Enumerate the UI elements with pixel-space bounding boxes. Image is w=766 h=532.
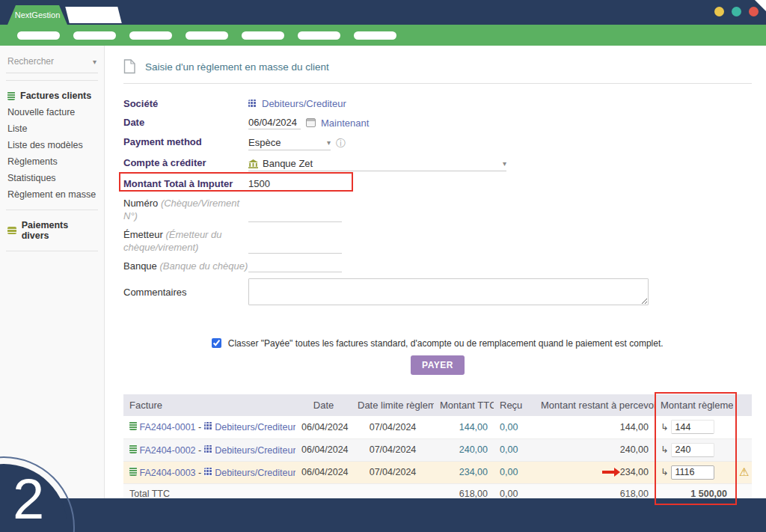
header-facture[interactable]: Facture <box>123 394 295 416</box>
now-link[interactable]: Maintenant <box>321 117 369 129</box>
enter-arrow-icon: ↳ <box>661 444 668 455</box>
cell-received: 0,00 <box>494 416 535 438</box>
cell-due-date: 07/04/2024 <box>352 438 434 461</box>
cell-due-date: 07/04/2024 <box>352 461 434 483</box>
nav-menu-item[interactable] <box>129 31 172 40</box>
invoice-ref-link[interactable]: FA2404-0003 <box>139 468 195 478</box>
field-row-commentaires: Commentaires <box>123 275 752 308</box>
top-bar: NextGestion <box>0 0 766 25</box>
chevron-down-icon[interactable]: ▾ <box>93 58 96 66</box>
redacted-logo <box>65 7 121 23</box>
classer-payee-option[interactable]: Classer "Payée" toutes les factures stan… <box>212 338 663 349</box>
sidebar-item-liste-des-modeles[interactable]: Liste des modèles <box>6 137 98 153</box>
commentaires-label: Commentaires <box>123 286 248 299</box>
field-row-banque: Banque (Banque du chèque) <box>123 257 752 275</box>
header-montant-reglement[interactable]: Montant règlement <box>655 394 733 416</box>
classer-payee-label: Classer "Payée" toutes les factures stan… <box>228 338 664 349</box>
sidebar-section-label: Paiements divers <box>22 220 96 241</box>
banque-label: Banque (Banque du chèque) <box>123 260 248 272</box>
banque-input[interactable] <box>248 260 342 272</box>
window-dot-green <box>732 7 741 16</box>
warning-icon: ⚠ <box>739 465 749 478</box>
window-dot-yellow <box>714 7 724 16</box>
thirdparty-link[interactable]: Debiteurs/Crediteur <box>215 468 295 478</box>
enter-arrow-icon: ↳ <box>661 422 668 432</box>
field-row-numero: Numéro (Chèque/Virement N°) <box>123 194 752 225</box>
header-recu[interactable]: Reçu <box>494 394 535 416</box>
sidebar-item-liste[interactable]: Liste <box>6 120 98 137</box>
header-warning <box>733 394 752 416</box>
brand-label: NextGestion <box>15 10 61 19</box>
thirdparty-link[interactable]: Debiteurs/Crediteur <box>215 422 295 432</box>
page-title-row: Saisie d'un règlement en masse du client <box>123 59 752 84</box>
commentaires-textarea[interactable] <box>248 278 649 305</box>
cell-date: 06/04/2024 <box>295 416 352 438</box>
classer-payee-checkbox[interactable] <box>212 338 221 348</box>
step-number: 2 <box>13 471 44 528</box>
ref-separator: - <box>198 422 201 432</box>
sidebar: ▾ Factures clients Nouvelle facture List… <box>0 46 105 498</box>
corner-notch <box>755 0 766 11</box>
account-select[interactable]: Banque Zet ▾ <box>248 156 506 171</box>
invoice-icon <box>7 91 15 100</box>
nav-menu-item[interactable] <box>242 31 284 40</box>
table-header-row: Facture Date Date limite règlement Monta… <box>123 394 752 416</box>
invoice-ref-link[interactable]: FA2404-0002 <box>139 445 195 456</box>
cell-remaining: 144,00 <box>535 416 655 438</box>
pay-button[interactable]: PAYER <box>411 355 465 375</box>
payment-amount-input[interactable] <box>671 420 714 434</box>
sidebar-item-nouvelle-facture[interactable]: Nouvelle facture <box>6 104 98 120</box>
nav-menu-item[interactable] <box>73 31 116 40</box>
header-montant-ttc[interactable]: Montant TTC <box>434 394 494 416</box>
cell-date: 06/04/2024 <box>295 461 352 483</box>
header-date-limite[interactable]: Date limite règlement <box>352 394 434 416</box>
sidebar-item-reglements[interactable]: Règlements <box>6 153 98 170</box>
field-row-amount: Montant Total à Imputer <box>123 174 752 194</box>
societe-link[interactable]: Debiteurs/Crediteur <box>262 97 346 110</box>
actions-zone: Classer "Payée" toutes les factures stan… <box>123 338 752 375</box>
calendar-icon[interactable] <box>306 118 316 127</box>
field-row-payment-method: Payment method Espèce ▾ ⓘ <box>123 132 752 153</box>
cell-received: 0,00 <box>494 438 535 461</box>
brand-tab[interactable]: NextGestion <box>7 5 67 25</box>
invoice-icon <box>129 421 137 430</box>
header-montant-restant[interactable]: Montant restant à percevoir <box>535 394 655 416</box>
sidebar-item-statistiques[interactable]: Statistiques <box>6 170 98 186</box>
societe-label: Société <box>123 97 248 110</box>
main-menu-bar <box>0 25 766 46</box>
cell-amount-ttc: 144,00 <box>434 416 494 438</box>
nav-menu-item[interactable] <box>186 31 228 40</box>
cell-received: 0,00 <box>494 461 535 483</box>
search-box[interactable]: ▾ <box>6 53 98 73</box>
payment-method-label: Payment method <box>123 135 248 148</box>
payment-amount-input[interactable] <box>671 465 714 480</box>
payment-method-select[interactable]: Espèce ▾ <box>248 135 331 150</box>
invoice-ref-link[interactable]: FA2404-0001 <box>139 422 195 432</box>
cell-remaining: 240,00 <box>535 438 655 461</box>
info-icon[interactable]: ⓘ <box>336 137 346 150</box>
amount-input[interactable] <box>248 177 348 191</box>
nav-menu-item[interactable] <box>354 31 396 40</box>
nav-menu-item[interactable] <box>17 31 60 40</box>
sidebar-item-reglement-en-masse[interactable]: Règlement en masse <box>6 186 98 203</box>
payment-amount-input[interactable] <box>671 443 714 457</box>
cell-remaining: 234,00 <box>535 461 655 483</box>
search-input[interactable] <box>7 56 82 67</box>
divider <box>6 210 98 210</box>
nav-menu-item[interactable] <box>298 31 340 40</box>
window-dots <box>714 7 759 16</box>
numero-input[interactable] <box>248 210 342 222</box>
company-icon <box>204 422 212 430</box>
sidebar-section-factures-clients[interactable]: Factures clients <box>6 88 98 104</box>
ref-separator: - <box>198 445 201 456</box>
thirdparty-link[interactable]: Debiteurs/Crediteur <box>215 445 295 456</box>
sidebar-section-paiements-divers[interactable]: Paiements divers <box>6 217 98 244</box>
header-date[interactable]: Date <box>295 394 352 416</box>
date-input[interactable] <box>248 116 301 129</box>
company-icon <box>204 468 212 476</box>
date-label: Date <box>123 116 248 129</box>
table-row: FA2404-0001 - Debiteurs/Crediteur 06/04/… <box>123 416 752 438</box>
annotation-red-arrow <box>602 471 614 474</box>
emetteur-input[interactable] <box>248 242 342 254</box>
cell-amount-ttc: 240,00 <box>434 438 494 461</box>
